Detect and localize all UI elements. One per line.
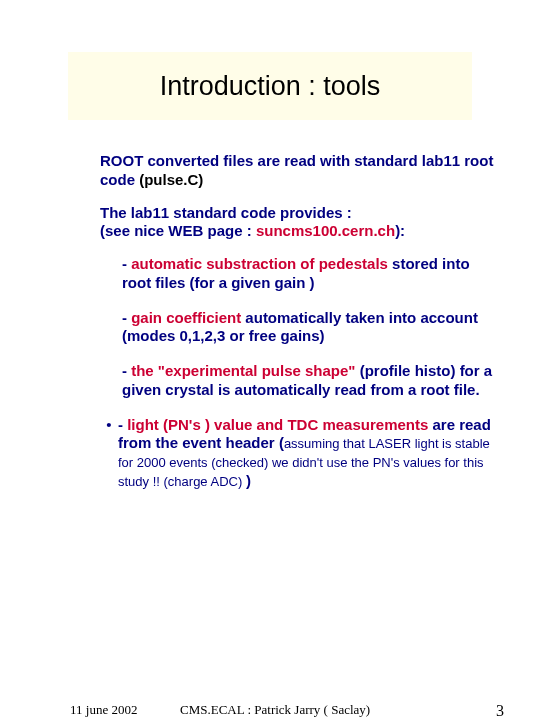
- url-text: suncms100.cern.ch: [256, 222, 395, 239]
- text: ):: [395, 222, 405, 239]
- highlight: automatic substraction of pedestals: [131, 255, 388, 272]
- dash: -: [122, 255, 131, 272]
- close-paren: ): [246, 472, 251, 489]
- footer-author: CMS.ECAL : Patrick Jarry ( Saclay): [180, 702, 370, 718]
- paragraph-provides: The lab11 standard code provides : (see …: [100, 204, 500, 242]
- body: ROOT converted files are read with stand…: [100, 152, 500, 491]
- dash: -: [122, 309, 131, 326]
- dash: -: [122, 362, 131, 379]
- bullet-dot-icon: •: [100, 416, 118, 491]
- paragraph-root: ROOT converted files are read with stand…: [100, 152, 500, 190]
- bullet-gain: - gain coefficient automatically taken i…: [122, 309, 500, 347]
- page-number: 3: [496, 702, 504, 720]
- highlight: gain coefficient: [131, 309, 241, 326]
- title-box: Introduction : tools: [68, 52, 472, 120]
- footer-date: 11 june 2002: [70, 702, 137, 718]
- bullet-content: - light (PN's ) value and TDC measuremen…: [118, 416, 500, 491]
- highlight: light (PN's ) value and TDC measurements: [127, 416, 428, 433]
- bullet-pulse-shape: - the "experimental pulse shape" (profil…: [122, 362, 500, 400]
- dash: -: [118, 416, 127, 433]
- slide: Introduction : tools ROOT converted file…: [0, 0, 540, 720]
- bullet-pedestals: - automatic substraction of pedestals st…: [122, 255, 500, 293]
- bullet-light-tdc: • - light (PN's ) value and TDC measurem…: [100, 416, 500, 491]
- highlight: the "experimental pulse shape": [131, 362, 355, 379]
- text: The lab11 standard code provides :: [100, 204, 352, 221]
- text: (see nice WEB page :: [100, 222, 256, 239]
- slide-title: Introduction : tools: [160, 71, 381, 102]
- bullet-list: - automatic substraction of pedestals st…: [100, 255, 500, 491]
- code-text: (pulse.C): [139, 171, 203, 188]
